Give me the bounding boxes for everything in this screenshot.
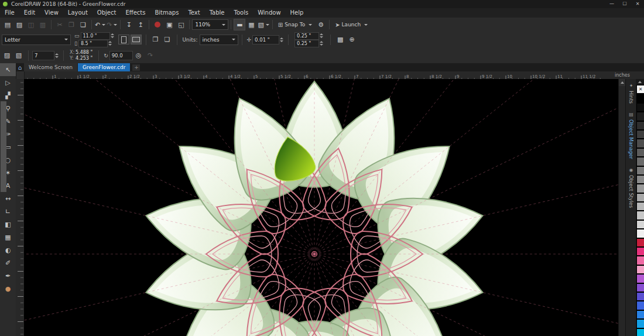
color-swatch[interactable] (636, 94, 644, 102)
export-button[interactable]: ↥ (135, 19, 146, 30)
drawing-canvas[interactable] (24, 79, 618, 336)
value-spinner[interactable] (55, 53, 60, 58)
options-gear-button[interactable]: ⚙ (316, 19, 326, 30)
color-swatch[interactable] (636, 328, 644, 336)
menu-view[interactable]: View (40, 8, 63, 18)
all-pages-button[interactable]: ❐ (150, 35, 161, 45)
import-button[interactable]: ↧ (124, 19, 134, 30)
scrollbar-thumb[interactable] (1, 101, 6, 192)
duplicate-x-spinner[interactable] (320, 33, 324, 38)
docker-tab-object-manager[interactable]: ▤Object Manager (628, 108, 634, 163)
color-swatch[interactable] (636, 112, 644, 121)
publish-pdf-button[interactable] (152, 19, 163, 30)
duplicate-x-input[interactable]: 0.25 " (294, 32, 319, 40)
new-tab-button[interactable]: + (132, 64, 140, 71)
show-guidelines-toggle[interactable]: ▧ (258, 19, 269, 30)
smear-tool[interactable]: ● (0, 282, 16, 295)
parallel-dimension-tool[interactable]: ↔ (0, 192, 16, 205)
snap-to-button[interactable]: ⊞Snap To (275, 19, 315, 30)
zoom-level-select[interactable]: 110% (192, 19, 228, 30)
landscape-button[interactable] (131, 35, 142, 44)
menu-effects[interactable]: Effects (121, 8, 150, 18)
interactive-fill-tool[interactable]: ◧ (0, 218, 16, 231)
menu-edit[interactable]: Edit (19, 8, 40, 18)
docker-tab-object-styles[interactable]: ◉Object Styles (628, 163, 634, 212)
color-swatch[interactable] (636, 175, 644, 184)
color-swatch[interactable] (636, 139, 644, 148)
duplicate-y-input[interactable]: 0.25 " (294, 40, 319, 47)
page-size-select[interactable]: Letter (2, 35, 71, 45)
center-rotation-button[interactable]: ◎ (133, 50, 144, 61)
color-swatch[interactable] (636, 238, 644, 247)
document-tab-welcome-screen[interactable]: Welcome Screen (24, 63, 77, 71)
redo-button[interactable]: ↷ (107, 19, 117, 30)
current-page-button[interactable]: ❏ (162, 35, 173, 45)
application-launcher-button[interactable]: ▣ (164, 19, 174, 30)
menu-bitmaps[interactable]: Bitmaps (150, 8, 183, 18)
ruler-origin-corner[interactable] (16, 71, 25, 79)
menu-file[interactable]: File (0, 8, 19, 18)
save-button[interactable]: ◫ (26, 19, 36, 30)
copy-button[interactable]: ❐ (66, 19, 77, 30)
mesh-fill-tool[interactable]: ▦ (0, 231, 16, 244)
color-swatch[interactable] (636, 130, 644, 139)
toolbar-icon-button-2[interactable]: ▧ (13, 50, 24, 61)
x-position-value[interactable]: 5.488 " (76, 50, 93, 55)
palette-scroll-up-button[interactable] (636, 79, 644, 85)
color-swatch[interactable] (636, 193, 644, 202)
shape-tool[interactable]: ▷ (0, 76, 16, 89)
color-swatch[interactable] (636, 301, 644, 310)
color-swatch[interactable] (636, 310, 644, 319)
color-swatch[interactable] (636, 292, 644, 301)
paste-button[interactable]: ❏ (78, 19, 88, 30)
color-swatch[interactable] (636, 202, 644, 211)
outline-pen-tool[interactable]: ✒ (0, 269, 16, 282)
menu-layout[interactable]: Layout (63, 8, 93, 18)
print-button[interactable]: ▥ (37, 19, 48, 30)
page-height-input[interactable]: 8.5 " (78, 40, 108, 47)
docker-tab-hints[interactable]: ✦Hints (628, 79, 634, 108)
color-swatch[interactable] (636, 166, 644, 175)
close-button[interactable]: ✕ (631, 0, 644, 8)
maximize-button[interactable]: ☐ (618, 0, 631, 8)
menu-tools[interactable]: Tools (229, 8, 254, 18)
color-swatch[interactable] (636, 121, 644, 130)
portrait-button[interactable] (118, 35, 129, 44)
nudge-spinner[interactable] (280, 37, 285, 42)
color-eyedropper-tool[interactable]: ✐ (0, 256, 16, 269)
document-tab-greenflower-cdr[interactable]: GreenFlower.cdr (78, 63, 130, 71)
show-rulers-toggle[interactable]: ▬ (234, 19, 245, 30)
units-select[interactable]: inches (200, 35, 238, 45)
page-width-input[interactable]: 11.0 " (81, 32, 110, 40)
duplicate-y-spinner[interactable] (320, 41, 324, 46)
y-position-value[interactable]: 4.253 " (76, 56, 93, 61)
color-swatch[interactable] (636, 103, 644, 112)
show-grid-toggle[interactable]: ▦ (246, 19, 256, 30)
value-input[interactable]: 7 (32, 51, 54, 60)
treat-as-filled-toggle[interactable]: ▩ (335, 35, 345, 45)
new-document-button[interactable]: ▤ (2, 19, 13, 30)
connector-tool[interactable]: ∟ (0, 205, 16, 218)
color-swatch[interactable] (636, 274, 644, 283)
color-swatch[interactable] (636, 184, 644, 193)
toolbar-icon-button-1[interactable]: ▨ (2, 50, 12, 61)
cut-button[interactable]: ✂ (54, 19, 65, 30)
menu-text[interactable]: Text (183, 8, 204, 18)
fullscreen-preview-button[interactable]: ◱ (176, 19, 186, 30)
color-swatch[interactable] (636, 211, 644, 220)
color-swatch[interactable] (636, 229, 644, 238)
launch-button[interactable]: ➤Launch (332, 19, 371, 30)
home-icon[interactable]: ⌂ (16, 64, 24, 71)
vertical-ruler[interactable] (16, 79, 25, 336)
color-swatch[interactable] (636, 220, 644, 229)
menu-window[interactable]: Window (253, 8, 285, 18)
rotation-angle-input[interactable]: 90.0 (109, 51, 133, 60)
page-height-spinner[interactable] (108, 41, 113, 46)
color-swatch[interactable] (636, 247, 644, 256)
horizontal-ruler[interactable]: 11 1/222 1/233 1/244 1/255 1/266 1/277 1… (24, 71, 612, 79)
page-width-spinner[interactable] (111, 33, 115, 38)
menu-help[interactable]: Help (286, 8, 309, 18)
open-button[interactable]: ▨ (14, 19, 25, 30)
color-swatch[interactable] (636, 283, 644, 292)
color-swatch[interactable] (636, 157, 644, 166)
